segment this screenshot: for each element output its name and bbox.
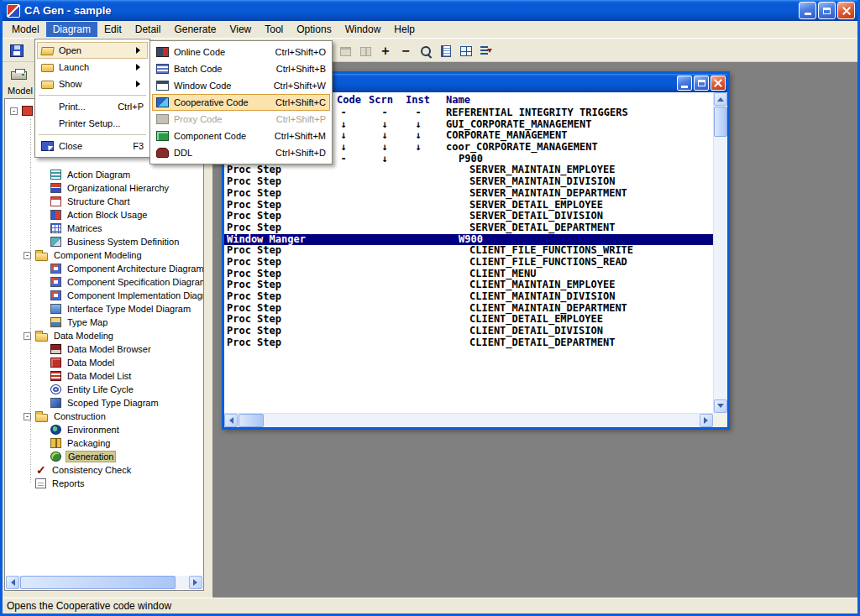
print-button[interactable] [8,64,29,84]
generation-minimize-button[interactable] [677,76,692,91]
menu-item-tool[interactable]: Tool [258,22,290,37]
generation-row[interactable]: Proc StepCLIENT_DETAIL_DIVISION [224,326,713,337]
tree-item-scoped-type-diagram[interactable]: Scoped Type Diagram [5,396,203,410]
tree-item-label: Consistency Check [50,465,133,475]
scroll-left-button[interactable] [224,414,238,427]
tree-item-data-model-browser[interactable]: Data Model Browser [5,342,203,356]
menu-item-generate[interactable]: Generate [167,22,223,37]
submenu-item-component-code[interactable]: Component CodeCtrl+Shift+M [152,128,330,144]
notes-button[interactable] [436,41,456,61]
titlebar[interactable]: CA Gen - sample [3,0,857,21]
menu-item-view[interactable]: View [223,22,258,37]
zoom-button[interactable] [416,41,436,61]
tree-item-organizational-hierarchy[interactable]: Organizational Hierarchy [5,181,203,195]
menu-item-shortcut: Ctrl+Shift+D [264,148,326,158]
generation-row[interactable]: Proc StepSERVER_DETAIL_EMPLOYEE [224,200,713,211]
scroll-thumb[interactable] [714,107,727,137]
expander-icon[interactable]: - [24,413,31,420]
tree-item-construction[interactable]: -Construction [5,410,203,423]
scroll-left-button[interactable] [6,576,19,589]
generation-row[interactable]: Proc StepCLIENT_MAINTAIN_DIVISION [224,291,713,303]
submenu-item-online-code[interactable]: Online CodeCtrl+Shift+O [152,44,330,60]
scroll-right-button[interactable] [189,576,202,589]
tree-item-data-model[interactable]: Data Model [5,356,203,369]
generation-row[interactable]: Proc StepCLIENT_FILE_FUNCTIONS_READ [224,257,713,269]
generation-row[interactable]: Proc StepCLIENT_FILE_FUNCTIONS_WRITE [224,245,713,257]
tree-item-component-architecture-diagram[interactable]: Component Architecture Diagram [5,262,203,275]
submenu-item-ddl[interactable]: DDLCtrl+Shift+D [152,144,330,161]
generation-row[interactable]: Proc StepCLIENT_MAINTAIN_EMPLOYEE [224,279,713,291]
tree-item-consistency-check[interactable]: Consistency Check [5,463,203,477]
tree-item-action-block-usage[interactable]: Action Block Usage [5,208,203,222]
tree-horizontal-scrollbar[interactable] [6,576,202,589]
add-button[interactable]: + [375,41,396,61]
tree-item-entity-life-cycle[interactable]: Entity Life Cycle [5,383,203,396]
tree-item-component-specification-diagram[interactable]: Component Specification Diagram [5,275,203,289]
save-button[interactable] [6,40,28,60]
expander-icon[interactable]: - [24,332,31,340]
scroll-down-button[interactable] [714,399,727,413]
generation-close-button[interactable] [711,76,726,91]
column-header-name: Name [446,94,470,106]
grid-button[interactable] [456,41,476,61]
tree-item-type-map[interactable]: Type Map [5,316,203,329]
diagram-menu-item-close[interactable]: CloseF3 [37,138,148,154]
generation-row[interactable]: Proc StepSERVER_DETAIL_DIVISION [224,211,713,222]
tree-item-component-implementation-diagram[interactable]: Component Implementation Diagram [5,289,203,302]
tree-item-business-system-definition[interactable]: Business System Definition [5,235,203,248]
tree-item-matrices[interactable]: Matrices [5,222,203,235]
expander-icon[interactable]: - [24,252,31,259]
menu-item-detail[interactable]: Detail [128,22,168,37]
tree-item-component-modeling[interactable]: -Component Modeling [5,248,203,262]
tree-item-data-model-list[interactable]: Data Model List [5,369,203,383]
scroll-thumb[interactable] [20,576,176,589]
generation-maximize-button[interactable] [694,76,709,91]
close-button[interactable] [837,2,855,19]
menu-item-window[interactable]: Window [338,22,388,37]
tree-item-environment[interactable]: Environment [5,423,203,436]
tree-item-reports[interactable]: Reports [5,477,203,490]
diagram-menu-item-print[interactable]: Print...Ctrl+P [37,98,148,115]
menu-item-diagram[interactable]: Diagram [46,22,97,37]
generation-row[interactable]: Proc StepCLIENT_MENU [224,269,713,280]
diagram-menu-item-printer-setup[interactable]: Printer Setup... [37,115,148,132]
tree-item-generation[interactable]: Generation [5,450,203,463]
generation-row[interactable]: Proc StepCLIENT_DETAIL_DEPARTMENT [224,337,713,349]
scroll-thumb[interactable] [239,414,264,427]
menu-item-model[interactable]: Model [5,22,46,37]
diagram-menu-item-open[interactable]: Open [37,42,148,59]
tree-item-data-modeling[interactable]: -Data Modeling [5,329,203,342]
tree-item-label: Organizational Hierarchy [66,183,170,193]
menu-item-shortcut: Ctrl+Shift+O [264,47,326,57]
generation-row[interactable]: Proc StepSERVER_DETAIL_DEPARTMENT [224,222,713,234]
expander-icon[interactable]: - [10,107,18,115]
generation-row[interactable]: Proc StepSERVER_MAINTAIN_DIVISION [224,176,713,188]
generation-row[interactable]: Proc StepSERVER_MAINTAIN_DEPARTMENT [224,188,713,200]
menu-item-edit[interactable]: Edit [97,22,128,37]
tree-item-structure-chart[interactable]: Structure Chart [5,195,203,208]
tree-item-interface-type-model-diagram[interactable]: Interface Type Model Diagram [5,302,203,316]
window-code-icon [156,81,169,91]
generation-row[interactable]: Proc StepCLIENT_MAINTAIN_DEPARTMENT [224,303,713,315]
submenu-item-batch-code[interactable]: Batch CodeCtrl+Shift+B [152,60,330,77]
diagram-menu-item-launch[interactable]: Launch [37,59,148,76]
folder-icon [41,64,54,72]
tree-item-packaging[interactable]: Packaging [5,436,203,450]
menu-item-options[interactable]: Options [290,22,338,37]
generation-vertical-scrollbar[interactable] [713,92,727,413]
submenu-item-cooperative-code[interactable]: Cooperative CodeCtrl+Shift+C [152,94,330,111]
remove-button[interactable]: − [396,41,416,61]
sort-button[interactable] [476,41,496,61]
generation-row[interactable]: Proc StepSERVER_MAINTAIN_EMPLOYEE [224,164,713,176]
scroll-up-button[interactable] [714,92,727,106]
scroll-right-button[interactable] [700,414,713,427]
menu-item-help[interactable]: Help [387,22,422,37]
generation-row[interactable]: Proc StepCLIENT_DETAIL_EMPLOYEE [224,314,713,326]
minimize-button[interactable] [799,2,816,19]
generation-row[interactable]: Window MangerW900 [224,234,713,246]
diagram-menu-item-show[interactable]: Show [37,76,148,92]
tree-item-action-diagram[interactable]: Action Diagram [5,168,203,181]
submenu-item-window-code[interactable]: Window CodeCtrl+Shift+W [152,77,330,94]
generation-horizontal-scrollbar[interactable] [224,413,713,427]
maximize-button[interactable] [818,2,836,19]
